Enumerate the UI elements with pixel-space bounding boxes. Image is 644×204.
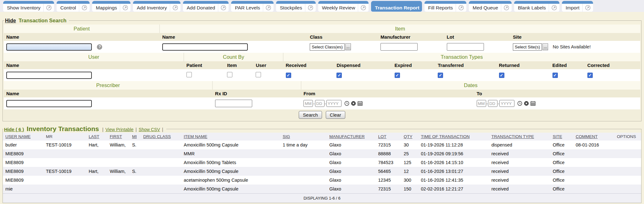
lot-input[interactable]	[447, 43, 484, 51]
external-link-icon[interactable]	[358, 4, 366, 12]
transaction-type-checkbox[interactable]	[438, 73, 443, 78]
from-clear-date-icon[interactable]	[351, 101, 356, 106]
tab[interactable]: Med Queue	[469, 1, 512, 12]
tab[interactable]: Show Inventory	[3, 1, 54, 12]
from-time-clock-icon[interactable]	[344, 101, 349, 106]
clear-button[interactable]: Clear	[326, 111, 345, 119]
prescriber-dates-grid: Prescriber Dates Name Rx ID From To	[4, 81, 640, 109]
view-printable-link[interactable]: View Printable	[105, 127, 133, 132]
transaction-type-option-label: Returned	[497, 61, 550, 69]
tab[interactable]: Transaction Report	[371, 1, 422, 12]
column-header[interactable]: MANUFACTURER	[329, 134, 365, 139]
tab[interactable]: Weekly Review	[318, 1, 369, 12]
column-header[interactable]: SITE	[553, 134, 562, 139]
count-by-checkbox[interactable]	[186, 72, 192, 77]
show-csv-link[interactable]: Show CSV	[139, 127, 160, 132]
cell-drug-class	[141, 185, 181, 193]
hide-results-link[interactable]: Hide ( 6 )	[4, 127, 24, 132]
transaction-type-checkbox[interactable]	[336, 73, 342, 78]
transaction-type-option-label: Transferred	[435, 61, 496, 69]
external-link-icon[interactable]	[582, 4, 591, 12]
tab[interactable]: Import	[562, 1, 593, 12]
column-header[interactable]: MR	[46, 134, 53, 139]
tab[interactable]: Fill Reports	[425, 1, 466, 12]
date-separator	[313, 101, 314, 106]
transaction-type-checkbox[interactable]	[552, 73, 558, 78]
tab[interactable]: Stockpiles	[276, 1, 316, 12]
search-button[interactable]: Search	[299, 111, 322, 119]
column-header[interactable]: LAST	[89, 134, 99, 139]
class-picker-ellipsis-button[interactable]: ...	[345, 43, 351, 50]
column-header[interactable]: USER NAME	[5, 134, 31, 139]
external-link-icon[interactable]	[305, 4, 313, 12]
column-header[interactable]: FIRST	[110, 134, 122, 139]
site-picker-ellipsis-button[interactable]: ...	[542, 43, 548, 50]
column-header[interactable]: DRUG CLASS	[143, 134, 171, 139]
table-row[interactable]: MIE8809 acetaminophen 500mg Capsule Glax…	[3, 176, 641, 185]
table-row[interactable]: butler TEST-10019 Hart, William, S. Amox…	[3, 141, 641, 149]
column-header[interactable]: ITEM NAME	[184, 134, 207, 139]
external-link-icon[interactable]	[218, 4, 226, 12]
column-header[interactable]: LOT	[378, 134, 386, 139]
table-row[interactable]: MIE8809 Amoxicillin 500mg Tablets Glaxo …	[3, 158, 641, 167]
to-time-clock-icon[interactable]	[517, 101, 522, 106]
column-header[interactable]: SIG	[283, 134, 290, 139]
column-header[interactable]: QTY	[404, 134, 413, 139]
to-day-input[interactable]	[488, 100, 497, 107]
hide-search-link[interactable]: Hide	[5, 18, 16, 23]
tab[interactable]: Control	[57, 1, 90, 12]
column-header[interactable]: OPTIONS	[617, 134, 636, 139]
external-link-icon[interactable]	[120, 4, 128, 12]
table-row[interactable]: MIE8809 MMR Glaxo 88888 25 01-19-2026 09…	[3, 149, 641, 158]
from-day-input[interactable]	[315, 100, 325, 107]
cell-item-name: MMR	[181, 149, 280, 158]
results-title: Inventory Transactions	[27, 125, 99, 132]
from-month-input[interactable]	[303, 100, 313, 107]
count-by-checkbox[interactable]	[227, 72, 232, 77]
external-link-icon[interactable]	[501, 4, 509, 12]
count-by-checkbox[interactable]	[256, 72, 261, 77]
column-header[interactable]: TRANSACTION TYPE	[491, 134, 534, 139]
transaction-type-checkbox[interactable]	[587, 73, 593, 78]
external-link-icon[interactable]	[263, 4, 271, 12]
to-year-input[interactable]	[499, 100, 514, 107]
transaction-type-checkbox[interactable]	[286, 73, 291, 78]
item-name-label: Name	[160, 33, 308, 41]
cell-last	[86, 176, 107, 185]
prescriber-name-input[interactable]	[6, 100, 92, 107]
external-link-icon[interactable]	[456, 4, 464, 12]
from-calendar-icon[interactable]	[358, 101, 363, 106]
column-header[interactable]: COMMENT	[576, 134, 598, 139]
help-icon[interactable]	[97, 44, 102, 50]
external-link-icon[interactable]	[549, 4, 557, 12]
item-name-input[interactable]	[162, 43, 248, 51]
to-clear-date-icon[interactable]	[524, 101, 529, 106]
transaction-type-checkbox[interactable]	[499, 73, 504, 78]
external-link-icon[interactable]	[79, 4, 87, 12]
tab-top-accent	[318, 1, 369, 4]
table-row[interactable]: MIE8809 TEST-10019 Hart, William, S. Amo…	[3, 167, 641, 176]
cell-sig	[280, 176, 327, 185]
manufacturer-input[interactable]	[380, 43, 418, 51]
tab[interactable]: Blank Labels	[514, 1, 559, 12]
patient-name-input[interactable]	[6, 43, 92, 51]
table-row[interactable]: mie Amoxicillin 500mg Capsule Glaxo 7231…	[3, 185, 641, 193]
tab[interactable]: PAR Levels	[231, 1, 274, 12]
tab[interactable]: Add Donated	[183, 1, 229, 12]
column-header[interactable]: TIME OF TRANSACTION	[421, 134, 469, 139]
external-link-icon[interactable]	[43, 4, 52, 12]
to-month-input[interactable]	[477, 100, 486, 107]
select-classes-button[interactable]: Select Class(es)	[310, 43, 344, 51]
tab[interactable]: Mappings	[92, 1, 130, 12]
rx-id-input[interactable]	[215, 100, 252, 107]
cell-mr	[43, 176, 86, 185]
to-calendar-icon[interactable]	[530, 101, 536, 106]
from-year-input[interactable]	[326, 100, 341, 107]
select-sites-button[interactable]: Select Site(s)	[513, 43, 542, 51]
cell-manufacturer: Glaxo	[327, 185, 375, 193]
tab[interactable]: Add Inventory	[133, 1, 180, 12]
external-link-icon[interactable]	[170, 4, 178, 12]
user-name-input[interactable]	[6, 72, 92, 79]
column-header[interactable]: MI	[132, 134, 137, 139]
transaction-type-checkbox[interactable]	[395, 73, 400, 78]
